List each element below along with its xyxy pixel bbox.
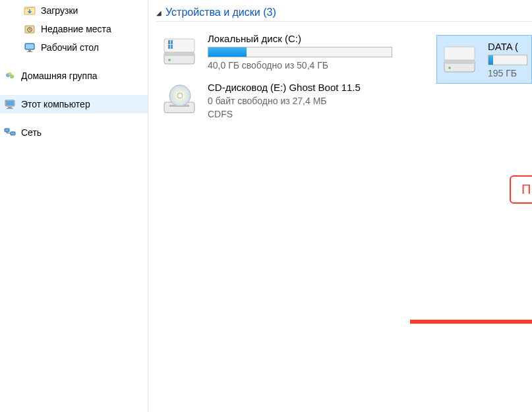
drive-data[interactable]: DATA ( 195 ГБ — [436, 35, 532, 84]
svg-rect-12 — [8, 107, 12, 108]
tree-label: Домашняя группа — [21, 71, 98, 81]
section-title: Устройства и диски (3) — [165, 7, 276, 18]
drive-free-text: 0 байт свободно из 27,4 МБ — [208, 96, 361, 106]
svg-rect-13 — [7, 108, 13, 109]
svg-rect-30 — [444, 60, 475, 64]
svg-point-31 — [448, 67, 451, 69]
drive-free-text: 40,0 ГБ свободно из 50,4 ГБ — [208, 60, 392, 71]
svg-rect-21 — [171, 40, 173, 44]
svg-rect-23 — [171, 45, 173, 49]
drive-free-text: 195 ГБ — [488, 68, 527, 78]
downloads-folder-icon — [24, 5, 36, 16]
homegroup-icon — [4, 70, 16, 82]
desktop-icon — [24, 42, 36, 53]
network-icon — [4, 127, 16, 138]
drive-title: DATA ( — [488, 41, 527, 52]
tree-label: Сеть — [21, 127, 42, 138]
cd-drive-icon — [160, 81, 198, 119]
svg-rect-5 — [28, 50, 31, 51]
svg-rect-20 — [168, 40, 170, 44]
section-header-devices[interactable]: ◢ Устройства и диски (3) — [156, 4, 532, 22]
svg-point-9 — [9, 73, 12, 76]
tree-item-downloads[interactable]: Загрузки — [0, 1, 148, 20]
svg-rect-11 — [6, 101, 14, 105]
tree-item-desktop[interactable]: Рабочий стол — [0, 38, 148, 57]
drive-local-c[interactable]: Локальный диск (C:) 40,0 ГБ свободно из … — [156, 27, 417, 76]
tree-label: Рабочий стол — [41, 42, 99, 53]
callout-label: ПКМ — [521, 182, 532, 196]
drive-title: Локальный диск (C:) — [208, 33, 392, 44]
svg-rect-15 — [11, 132, 15, 135]
hard-drive-icon — [440, 40, 479, 78]
content-pane: ◢ Устройства и диски (3) — [148, 0, 532, 412]
tree-label: Загрузки — [41, 5, 78, 16]
svg-rect-32 — [444, 47, 475, 60]
annotation-callout: ПКМ — [510, 175, 532, 204]
tree-item-network[interactable]: Сеть — [0, 123, 148, 142]
svg-rect-14 — [5, 129, 9, 132]
tree-item-this-pc[interactable]: Этот компьютер — [0, 95, 148, 113]
svg-rect-4 — [26, 44, 34, 49]
svg-rect-22 — [168, 45, 170, 49]
recent-places-icon — [24, 23, 36, 35]
tree-label: Этот компьютер — [21, 99, 90, 109]
tree-item-homegroup[interactable]: Домашняя группа — [0, 67, 148, 85]
usage-bar-fill — [208, 47, 247, 57]
hard-drive-icon — [160, 32, 198, 71]
drive-title: CD-дисковод (E:) Ghost Boot 11.5 — [208, 82, 361, 93]
drive-filesystem: CDFS — [208, 109, 361, 119]
svg-point-28 — [177, 93, 183, 98]
tree-item-recent[interactable]: Недавние места — [0, 20, 148, 38]
usage-bar-fill — [488, 55, 493, 65]
svg-rect-17 — [164, 52, 194, 56]
tree-label: Недавние места — [41, 24, 111, 34]
drive-cd-e[interactable]: CD-дисковод (E:) Ghost Boot 11.5 0 байт … — [156, 76, 417, 125]
annotation-line — [410, 320, 532, 324]
svg-point-18 — [168, 59, 171, 61]
nav-tree: Загрузки Недавние места Р — [0, 0, 148, 412]
svg-rect-6 — [27, 51, 32, 52]
this-pc-icon — [4, 98, 16, 110]
collapse-triangle-icon: ◢ — [156, 9, 162, 16]
usage-bar — [208, 47, 392, 57]
usage-bar — [488, 55, 527, 65]
